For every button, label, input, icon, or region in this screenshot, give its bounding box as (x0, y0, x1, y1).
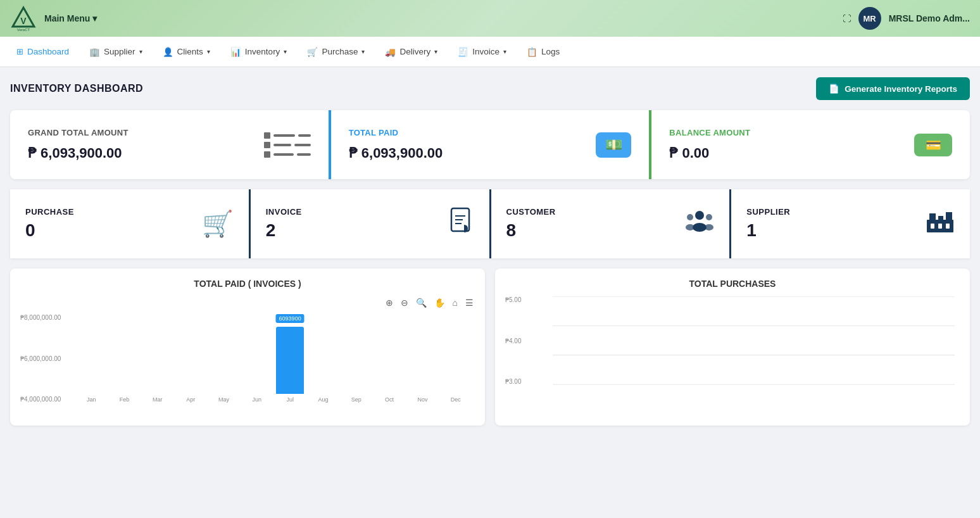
svg-rect-15 (938, 216, 943, 220)
svg-text:VeraCT: VeraCT (17, 28, 30, 32)
bar-item: Jun (243, 314, 271, 403)
purchase-stat-content: PURCHASE 0 (25, 207, 74, 241)
bar-item: May (210, 314, 237, 403)
grand-total-card: GRAND TOTAL AMOUNT ₱ 6,093,900.00 (10, 110, 329, 179)
nav-item-purchase[interactable]: 🛒 Purchase ▾ (298, 43, 374, 61)
main-content: INVENTORY DASHBOARD 📄 Generate Inventory… (0, 67, 980, 436)
invoice-icon: 🧾 (458, 47, 468, 57)
y-label-mid: ₱6,000,000.00 (20, 355, 71, 362)
bar-item: Aug (309, 314, 337, 403)
nav-logs-label: Logs (541, 47, 560, 56)
balance-card: BALANCE AMOUNT ₱ 0.00 💳 (649, 110, 970, 179)
bar-highlight-label: 6093900 (276, 314, 305, 323)
bar-chart-area: ₱8,000,000.00 ₱6,000,000.00 ₱4,000,000.0… (20, 314, 475, 415)
nav-item-delivery[interactable]: 🚚 Delivery ▾ (376, 43, 446, 61)
bar-x-label: Apr (186, 396, 195, 403)
fullscreen-button[interactable]: ⛶ (843, 14, 851, 23)
supplier-stat-value: 1 (746, 220, 790, 241)
total-paid-value: ₱ 6,093,900.00 (349, 145, 632, 161)
generate-inventory-reports-button[interactable]: 📄 Generate Inventory Reports (816, 77, 970, 100)
bar-item: 6093900Jul (276, 314, 304, 403)
right-y-label-bottom: ₱3.00 (505, 378, 550, 385)
grid-icon: ⊞ (16, 47, 23, 56)
chevron-down-icon: ▾ (361, 48, 365, 55)
supplier-stat-card: SUPPLIER 1 (729, 189, 970, 258)
total-paid-chart: TOTAL PAID ( INVOICES ) ⊕ ⊖ 🔍 ✋ ⌂ ☰ ₱8,0… (10, 268, 485, 426)
nav-dashboard-label: Dashboard (27, 47, 69, 56)
chevron-down-icon: ▾ (207, 48, 210, 55)
total-purchases-chart-title: TOTAL PURCHASES (505, 279, 960, 289)
invoice-doc-icon (449, 207, 474, 241)
supplier-stat-label: SUPPLIER (746, 207, 790, 217)
topbar-left: V VeraCT Main Menu ▾ (10, 5, 97, 32)
stats-cards: PURCHASE 0 🛒 INVOICE 2 C (10, 189, 970, 258)
logs-icon: 📋 (527, 47, 537, 57)
customer-stat-value: 8 (506, 220, 556, 241)
purchase-stat-card: PURCHASE 0 🛒 (10, 189, 249, 258)
bar-x-label: Sep (351, 396, 361, 403)
nav-purchase-label: Purchase (322, 47, 358, 56)
pan-button[interactable]: ✋ (433, 296, 446, 309)
zoom-in-button[interactable]: ⊕ (384, 296, 394, 309)
svg-point-7 (695, 211, 704, 220)
bar-item: Feb (110, 314, 138, 403)
home-button[interactable]: ⌂ (451, 296, 459, 309)
nav-item-dashboard[interactable]: ⊞ Dashboard (8, 43, 78, 60)
svg-point-10 (686, 224, 694, 231)
svg-text:V: V (20, 16, 27, 26)
page-title: INVENTORY DASHBOARD (10, 83, 143, 94)
bar-chart-bars: JanFebMarAprMayJun6093900JulAugSepOctNov… (77, 314, 470, 403)
main-menu-button[interactable]: Main Menu ▾ (44, 13, 97, 23)
inventory-icon: 📊 (230, 47, 241, 57)
supplier-stat-content: SUPPLIER 1 (746, 207, 790, 241)
y-label-bottom: ₱4,000,000.00 (20, 396, 71, 403)
delivery-icon: 🚚 (385, 47, 396, 57)
bar-x-label: Aug (318, 396, 328, 403)
invoice-stat-label: INVOICE (266, 207, 302, 217)
bar-chart-y-labels: ₱8,000,000.00 ₱6,000,000.00 ₱4,000,000.0… (20, 314, 71, 403)
bar-item: Nov (408, 314, 436, 403)
nav-supplier-label: Supplier (104, 47, 135, 56)
right-chart-svg-container (553, 296, 955, 385)
menu-button[interactable]: ☰ (464, 296, 475, 309)
nav-item-clients[interactable]: 👤 Clients ▾ (154, 43, 219, 61)
chevron-down-icon: ▾ (284, 48, 287, 55)
cash-icon: 💵 (596, 132, 631, 158)
purchase-stat-label: PURCHASE (25, 207, 74, 217)
invoice-stat-value: 2 (266, 220, 302, 241)
supplier-icon: 🏢 (89, 47, 100, 57)
customers-icon (685, 208, 714, 239)
svg-point-11 (706, 214, 712, 220)
svg-point-9 (687, 214, 693, 220)
svg-rect-17 (931, 224, 934, 229)
nav-item-inventory[interactable]: 📊 Inventory ▾ (222, 43, 296, 61)
bar-x-label: Mar (153, 396, 163, 403)
right-chart-y-labels: ₱5.00 ₱4.00 ₱3.00 (505, 296, 550, 385)
user-name: MRSL Demo Adm... (889, 13, 970, 23)
cart-icon: 🛒 (202, 209, 234, 239)
bar-item: Sep (342, 314, 370, 403)
bar-item: Dec (442, 314, 470, 403)
summary-cards: GRAND TOTAL AMOUNT ₱ 6,093,900.00 (10, 110, 970, 179)
nav-clients-label: Clients (177, 47, 203, 56)
bar: 6093900 (276, 327, 304, 394)
customer-stat-content: CUSTOMER 8 (506, 207, 556, 241)
bar-item: Apr (177, 314, 204, 403)
nav-item-invoice[interactable]: 🧾 Invoice ▾ (449, 43, 515, 61)
bar-x-label: Jan (87, 396, 96, 403)
bar-item: Mar (144, 314, 172, 403)
invoice-stat-content: INVOICE 2 (266, 207, 302, 241)
nav-item-logs[interactable]: 📋 Logs (518, 43, 569, 61)
nav-item-supplier[interactable]: 🏢 Supplier ▾ (80, 43, 151, 61)
factory-icon (926, 208, 955, 239)
right-chart-area: ₱5.00 ₱4.00 ₱3.00 (505, 296, 960, 398)
zoom-out-button[interactable]: ⊖ (399, 296, 410, 309)
svg-rect-18 (938, 224, 942, 229)
svg-point-12 (705, 224, 713, 231)
purchase-icon: 🛒 (307, 47, 318, 57)
bar-x-label: Dec (451, 396, 461, 403)
navbar: ⊞ Dashboard 🏢 Supplier ▾ 👤 Clients ▾ 📊 I… (0, 37, 980, 67)
search-chart-button[interactable]: 🔍 (415, 296, 428, 309)
svg-point-8 (693, 223, 707, 232)
bar-item: Oct (375, 314, 403, 403)
